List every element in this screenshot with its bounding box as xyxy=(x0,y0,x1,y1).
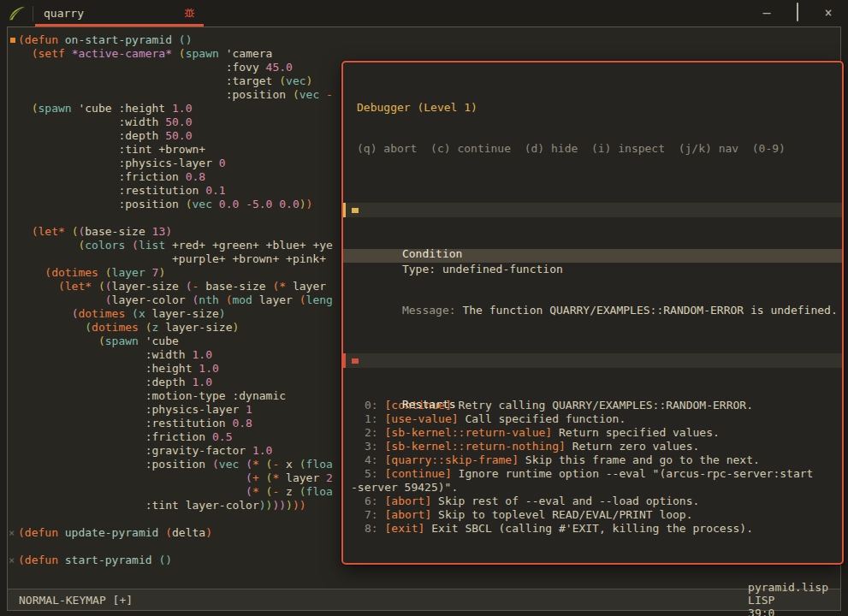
restart-item[interactable]: 8: [exit] Exit SBCL (calling #'EXIT, kil… xyxy=(343,522,842,536)
code-token: () xyxy=(179,33,193,46)
code-token: vec xyxy=(193,198,212,210)
maximize-button[interactable] xyxy=(792,0,804,27)
code-token: :position xyxy=(18,88,293,101)
code-token: :restitution xyxy=(18,184,205,197)
code-token: leng xyxy=(306,293,333,306)
code-token: setf xyxy=(38,47,64,60)
code-token: :width xyxy=(18,116,165,128)
code-token xyxy=(212,198,219,210)
code-token: :tint layer-color xyxy=(18,499,259,512)
minimize-button[interactable]: – xyxy=(761,0,773,27)
code-token: vec xyxy=(219,458,239,471)
code-token: z xyxy=(279,485,299,498)
restart-name: [abort] xyxy=(384,495,431,507)
restart-name: [quarry::skip-frame] xyxy=(384,453,519,466)
code-token: ) xyxy=(165,225,172,238)
code-token: floa xyxy=(306,458,333,471)
restart-name: [continue] xyxy=(384,467,451,480)
code-token: :height xyxy=(18,362,199,375)
restart-name: [exit] xyxy=(384,522,424,535)
code-token: 0.8 xyxy=(232,417,252,429)
code-token: base-size xyxy=(199,280,272,293)
restart-description: Retry calling QUARRY/EXAMPLES::RANDOM-ER… xyxy=(452,399,753,412)
code-token xyxy=(18,485,246,498)
expanded-fold-marker-icon[interactable] xyxy=(10,38,15,43)
restart-description: Call specified function. xyxy=(459,412,626,425)
restart-number: 7: xyxy=(365,508,384,521)
debugger-keybinds: (q) abort (c) continue (d) hide (i) insp… xyxy=(343,142,842,156)
code-token xyxy=(18,225,32,238)
code-token: ( xyxy=(105,293,112,306)
close-button[interactable]: × xyxy=(822,0,834,27)
code-token: ( xyxy=(58,280,65,293)
message-value: The function QUARRY/EXAMPLES::RANDOM-ERR… xyxy=(462,304,837,317)
code-token: layer-color xyxy=(112,293,193,306)
code-token: :depth xyxy=(18,129,165,142)
code-token: 0.8 xyxy=(186,170,205,183)
collapsed-fold-marker-icon[interactable]: × xyxy=(9,554,15,566)
code-token: 2 xyxy=(326,471,333,484)
restart-description: Skip rest of --eval and --load options. xyxy=(431,495,699,507)
restart-item[interactable]: 5: [continue] Ignore runtime option --ev… xyxy=(343,467,842,481)
code-token: :motion-type :dynamic xyxy=(18,389,286,402)
titlebar: quarry – × xyxy=(0,0,848,27)
restart-description: Skip to toplevel READ/EVAL/PRINT loop. xyxy=(431,508,692,521)
code-token: x xyxy=(279,458,299,471)
code-token xyxy=(259,485,266,498)
code-line[interactable]: (defun on-start-pyramid () xyxy=(18,33,840,47)
code-token: vec xyxy=(299,88,319,101)
restart-item[interactable]: 3: [sb-kernel::return-nothing] Return ze… xyxy=(343,440,842,453)
code-token: ) xyxy=(232,321,239,334)
code-token: ( xyxy=(18,554,25,566)
window-content: (defun on-start-pyramid () (setf *active… xyxy=(7,27,841,611)
code-token: 1.0 xyxy=(252,444,272,457)
code-line[interactable]: (setf *active-camera* (spawn 'camera xyxy=(18,47,840,61)
code-token: ( xyxy=(18,33,25,46)
major-mode: LISP xyxy=(748,594,774,607)
restart-item[interactable]: 2: [sb-kernel::return-value] Return spec… xyxy=(343,426,842,440)
code-token: ( xyxy=(246,471,252,484)
code-token: :target xyxy=(18,74,279,87)
restart-item[interactable]: 7: [abort] Skip to toplevel READ/EVAL/PR… xyxy=(343,508,842,522)
code-token: ( xyxy=(279,74,286,87)
restart-name: [abort] xyxy=(384,508,431,521)
code-token: defun xyxy=(25,526,58,539)
app-logo-icon xyxy=(6,3,28,26)
code-token: 1 xyxy=(246,403,252,416)
code-token: -5.0 xyxy=(246,198,272,210)
restart-item[interactable]: 4: [quarry::skip-frame] Skip this frame … xyxy=(343,453,842,467)
restart-item[interactable]: 1: [use-value] Call specified function. xyxy=(343,412,842,426)
code-token xyxy=(18,266,44,279)
code-token: ) xyxy=(205,526,212,539)
debugger-title: Debugger (Level 1) xyxy=(343,101,842,115)
code-token: +purple+ +brown+ +pink+ xyxy=(18,252,326,265)
code-token: ) xyxy=(306,198,313,210)
code-token: ( xyxy=(293,88,299,101)
collapsed-fold-marker-icon[interactable]: × xyxy=(9,527,15,539)
titlebar-separator xyxy=(33,6,33,21)
code-token: let* xyxy=(65,280,92,293)
type-value: undefined-function xyxy=(442,263,563,275)
code-token: ( xyxy=(299,458,306,471)
code-token: ( xyxy=(132,307,139,320)
condition-message-row[interactable]: Message: The function QUARRY/EXAMPLES::R… xyxy=(343,290,842,304)
restart-description-wrap[interactable]: -server 59425)". xyxy=(343,481,842,495)
section-header-restarts[interactable]: Restarts xyxy=(343,353,842,368)
code-token: :position xyxy=(18,198,186,210)
code-token: *active-camera* xyxy=(72,47,172,60)
code-token: layer xyxy=(112,266,145,279)
section-header-condition[interactable]: Condition xyxy=(343,203,842,217)
code-token: :depth xyxy=(18,376,193,388)
code-token xyxy=(18,335,98,347)
code-token: floa xyxy=(306,485,333,498)
code-token: :restitution xyxy=(18,417,232,429)
code-token: ( xyxy=(179,47,186,60)
code-token: ( xyxy=(186,280,193,293)
restart-item[interactable]: 6: [abort] Skip rest of --eval and --loa… xyxy=(343,495,842,508)
restart-description: Exit SBCL (calling #'EXIT, killing the p… xyxy=(424,522,753,535)
code-token: ) xyxy=(299,198,306,210)
tab-quarry[interactable]: quarry xyxy=(35,0,204,27)
code-token: 1.0 xyxy=(193,376,212,388)
code-token xyxy=(239,198,246,210)
keymap-indicator: NORMAL-KEYMAP [+] xyxy=(19,594,133,607)
